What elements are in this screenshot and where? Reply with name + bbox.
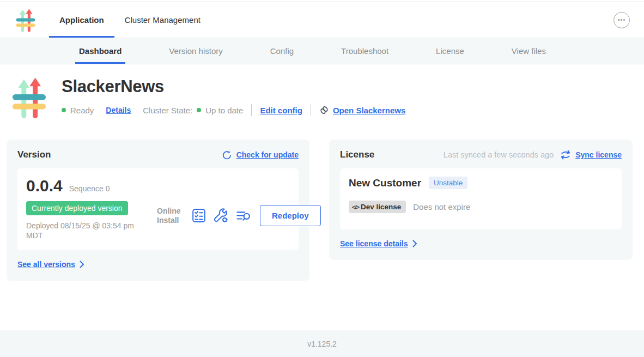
dashboard-cards: Version Check for update 0.0.4 Sequence … — [7, 140, 644, 281]
deploy-logs-icon[interactable] — [236, 209, 251, 222]
link-chain-icon — [319, 105, 329, 115]
app-sub-nav: Dashboard Version history Config Trouble… — [0, 38, 644, 64]
see-license-details[interactable]: See license details — [340, 239, 622, 248]
app-hero: SlackerNews Ready Details Cluster State:… — [0, 64, 644, 120]
license-expiry-text: Does not expire — [413, 202, 470, 211]
app-logo-icon — [15, 8, 36, 32]
page-title: SlackerNews — [62, 77, 405, 96]
version-number: 0.0.4 — [26, 177, 63, 195]
app-status-dot — [62, 108, 66, 112]
current-version-panel: 0.0.4 Sequence 0 Currently deployed vers… — [17, 168, 299, 250]
version-card: Version Check for update 0.0.4 Sequence … — [7, 140, 309, 281]
tab-application[interactable]: Application — [49, 4, 114, 38]
see-all-versions-link[interactable]: See all versions — [17, 260, 75, 269]
license-card: License Last synced a few seconds ago Sy… — [329, 140, 633, 260]
console-version: v1.125.2 — [307, 340, 337, 348]
tab-license[interactable]: License — [432, 40, 468, 64]
check-for-update-link[interactable]: Check for update — [236, 150, 299, 159]
customer-name: New Customer — [349, 177, 421, 189]
app-logo-large-icon — [11, 75, 47, 120]
refresh-icon — [222, 150, 232, 160]
license-card-title: License — [340, 149, 374, 160]
license-type-label: Dev license — [361, 203, 401, 211]
channel-badge: Unstable — [429, 177, 467, 189]
install-type-label: Online Install — [157, 207, 184, 225]
version-card-title: Version — [17, 149, 51, 160]
edit-config-link[interactable]: Edit config — [260, 106, 302, 115]
app-status-row: Ready Details Cluster State: Up to date … — [62, 104, 405, 116]
sync-arrows-icon — [560, 149, 571, 160]
see-all-versions[interactable]: See all versions — [17, 260, 299, 269]
cluster-state-value: Up to date — [205, 106, 243, 115]
preflight-checks-icon[interactable] — [192, 208, 206, 223]
divider — [251, 104, 252, 116]
primary-tabs: Application Cluster Management — [49, 2, 211, 38]
chevron-right-icon — [412, 240, 417, 247]
cluster-state-label: Cluster State: — [143, 106, 192, 115]
config-wrench-icon[interactable] — [214, 208, 228, 223]
see-license-details-link[interactable]: See license details — [340, 239, 408, 248]
app-status-text: Ready — [70, 106, 94, 115]
cluster-state-dot — [197, 108, 201, 112]
tab-config[interactable]: Config — [266, 40, 297, 64]
deployed-status-badge: Currently deployed version — [26, 201, 128, 215]
open-app[interactable]: Open Slackernews — [319, 105, 405, 115]
chevron-right-icon — [80, 261, 84, 268]
tab-dashboard[interactable]: Dashboard — [75, 40, 125, 64]
code-icon: </> — [352, 204, 359, 210]
license-detail-panel: New Customer Unstable </> Dev license Do… — [340, 168, 622, 229]
tab-view-files[interactable]: View files — [508, 40, 550, 64]
divider — [311, 104, 311, 116]
license-type-badge: </> Dev license — [349, 201, 406, 213]
ellipsis-menu-icon[interactable]: ••• — [613, 12, 630, 28]
redeploy-button[interactable]: Redeploy — [260, 205, 321, 226]
nav-spacer — [211, 2, 613, 38]
tab-cluster-management[interactable]: Cluster Management — [114, 4, 211, 38]
sequence-label: Sequence 0 — [69, 184, 110, 193]
tab-version-history[interactable]: Version history — [165, 40, 226, 64]
primary-nav: Application Cluster Management ••• — [0, 2, 644, 38]
details-link[interactable]: Details — [106, 106, 131, 114]
last-synced-text: Last synced a few seconds ago — [443, 150, 554, 159]
sync-license-link[interactable]: Sync license — [575, 150, 622, 159]
tab-troubleshoot[interactable]: Troubleshoot — [337, 40, 392, 64]
check-for-update[interactable]: Check for update — [222, 150, 299, 160]
deployed-timestamp: Deployed 08/15/25 @ 03:54 pm MDT — [26, 221, 149, 240]
console-footer: v1.125.2 — [0, 330, 644, 357]
open-app-link[interactable]: Open Slackernews — [333, 106, 405, 115]
